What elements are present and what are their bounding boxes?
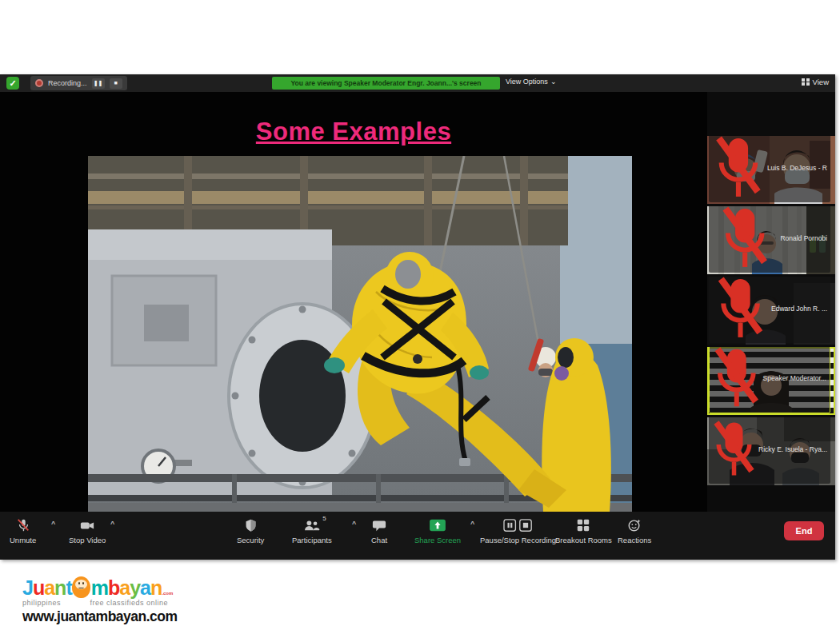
participant-name: Ronald Pornobi [780,234,827,242]
participant-tile-ricky[interactable]: Ricky E. Isuela - Rya... [707,417,835,485]
view-options-dropdown[interactable]: View Options ⌄ [506,78,556,86]
slide-photo-hazmat-workers [88,156,632,512]
stop-recording-button[interactable]: ■ [110,78,122,89]
reactions-emoji-icon [627,517,642,533]
brand-taglines: philippines free classifieds online [22,599,168,607]
brand-letter: a [119,578,130,598]
view-label: View [813,78,829,86]
slide-title: Some Examples [0,118,707,146]
mascot-icon [72,576,90,598]
stop-video-label: Stop Video [69,536,106,544]
participant-name-label: Ronald Pornobi [709,206,830,273]
brand-letter: u [33,578,44,598]
participant-tile-speaker-moderator[interactable]: Speaker Moderator... [707,347,835,415]
share-screen-button[interactable]: Share Screen [414,517,461,544]
reactions-label: Reactions [618,536,651,544]
participants-strip: Luis B. DeJesus - R [707,92,835,512]
zoom-meeting-window: ✓ Recording... ❚❚ ■ You are viewing Spea… [0,74,835,560]
pause-stop-recording-label: Pause/Stop Recording [480,536,556,544]
brand-letter: a [44,578,54,598]
camera-icon [79,517,95,533]
breakout-rooms-icon [576,517,590,533]
brand-suffix: .com [162,591,173,596]
share-screen-icon [429,517,446,533]
end-meeting-button[interactable]: End [784,521,824,540]
participant-name-label: Edward John R. ... [709,277,830,343]
unmute-label: Unmute [10,536,36,544]
chat-bubble-icon [372,517,386,533]
participants-label: Participants [292,536,332,544]
security-button[interactable]: Security [237,517,264,544]
muted-mic-icon [712,136,765,201]
participant-name-label: Speaker Moderator... [709,347,830,413]
pause-recording-button[interactable]: ❚❚ [92,78,105,89]
brand-letter: n [54,578,66,598]
recording-indicator: Recording... ❚❚ ■ [30,76,127,90]
muted-mic-icon [713,347,761,412]
stop-video-button[interactable]: Stop Video [69,517,106,544]
breakout-rooms-label: Breakout Rooms [555,536,612,544]
tagline-left: philippines [22,599,61,607]
mic-options-chevron-icon[interactable]: ^ [51,520,55,528]
chat-button[interactable]: Chat [371,517,387,544]
view-button[interactable]: View [802,78,829,86]
participants-options-chevron-icon[interactable]: ^ [352,520,356,528]
participant-name: Edward John R. ... [771,305,827,313]
participant-name: Ricky E. Isuela - Rya... [758,445,827,453]
recording-dot-icon [35,79,43,87]
brand-letters: Juantmbayan [22,576,162,598]
participant-tile-ronald[interactable]: Ronald Pornobi [707,206,835,274]
chevron-down-icon: ⌄ [550,78,557,86]
participant-name: Luis B. DeJesus - R [767,164,827,172]
share-screen-label: Share Screen [414,536,461,544]
brand-logo: Juantmbayan .com [22,572,174,598]
muted-mic-icon [16,517,30,533]
tagline-right: free classifieds online [90,599,168,607]
brand-letter: t [66,578,71,598]
recording-label: Recording... [48,79,87,87]
shared-screen-slide: Some Examples [0,92,707,512]
brand-letter: n [150,578,162,598]
security-label: Security [237,536,264,544]
pause-stop-recording-icon [503,517,534,533]
viewing-banner: You are viewing Speaker Moderator Engr. … [272,77,500,90]
participants-count-badge: 5 [322,515,326,522]
meeting-topbar: ✓ Recording... ❚❚ ■ You are viewing Spea… [0,74,835,92]
page: ✓ Recording... ❚❚ ■ You are viewing Spea… [0,0,840,630]
reactions-button[interactable]: Reactions [618,517,651,544]
brand-url: www.juantambayan.com [22,608,174,625]
muted-mic-icon [712,277,769,342]
muted-mic-icon [712,206,778,272]
brand-letter: y [130,578,140,598]
grid-view-icon [802,78,810,86]
participant-name: Speaker Moderator... [763,374,826,382]
shield-icon [244,517,258,533]
brand-letter: m [91,578,108,598]
participants-button[interactable]: 5 Participants [292,517,332,544]
juantambayan-watermark: Juantmbayan .com philippines free classi… [22,572,174,625]
brand-letter: b [108,578,119,598]
muted-mic-icon [712,417,756,483]
view-options-label: View Options [506,78,548,86]
breakout-rooms-button[interactable]: Breakout Rooms [555,517,612,544]
participant-tile-luis[interactable]: Luis B. DeJesus - R [707,136,835,204]
encryption-shield-icon: ✓ [6,77,19,90]
participants-icon: 5 [303,517,321,533]
chat-label: Chat [371,536,387,544]
unmute-button[interactable]: Unmute [10,517,36,544]
pause-stop-recording-button[interactable]: Pause/Stop Recording [480,517,556,544]
meeting-content: Some Examples [0,92,835,512]
participant-name-label: Luis B. DeJesus - R [709,136,830,202]
participant-name-label: Ricky E. Isuela - Rya... [709,417,830,484]
brand-letter: J [22,578,33,598]
brand-letter: a [140,578,150,598]
participant-tile-edward[interactable]: Edward John R. ... [707,277,835,345]
share-options-chevron-icon[interactable]: ^ [470,520,474,528]
video-options-chevron-icon[interactable]: ^ [110,520,114,528]
meeting-toolbar: Unmute ^ Stop Video ^ Security 5 [0,512,835,560]
